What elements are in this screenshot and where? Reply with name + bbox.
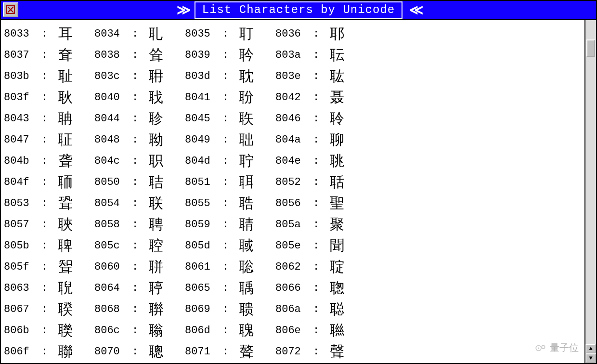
char-entry[interactable]: 8056:聖 (275, 193, 366, 214)
char-entry[interactable]: 8038:耸 (94, 44, 185, 65)
scrollbar-track[interactable] (585, 20, 596, 344)
char-entry[interactable]: 8059:聙 (185, 214, 275, 235)
char-entry[interactable]: 803a:耺 (275, 44, 366, 65)
unicode-code: 8061 (185, 261, 222, 273)
char-entry[interactable]: 8049:聉 (185, 129, 275, 150)
char-entry[interactable]: 805e:聞 (275, 235, 366, 256)
char-entry[interactable]: 8052:聒 (275, 171, 366, 193)
char-entry[interactable]: 803b:耻 (4, 65, 94, 87)
glyph: 耳 (58, 26, 73, 41)
unicode-code: 8062 (275, 261, 313, 273)
char-entry[interactable]: 803d:耽 (185, 65, 275, 87)
char-entry[interactable]: 8070:聰 (94, 341, 185, 362)
char-entry[interactable]: 804e:聎 (275, 150, 366, 171)
char-entry[interactable]: 804d:聍 (185, 150, 275, 171)
char-entry[interactable]: 8065:聥 (185, 277, 275, 299)
char-entry[interactable]: 806b:聫 (4, 320, 94, 341)
scrollbar-thumb[interactable] (586, 39, 595, 57)
char-entry[interactable]: 8072:聲 (275, 341, 366, 362)
glyph: 聉 (239, 132, 254, 147)
char-entry[interactable]: 804c:职 (94, 150, 185, 171)
char-entry[interactable]: 803e:耾 (275, 65, 366, 87)
char-entry[interactable]: 804b:聋 (4, 150, 94, 171)
char-entry[interactable]: 8040:聀 (94, 87, 185, 108)
char-entry[interactable]: 805d:聝 (185, 235, 275, 256)
char-entry[interactable]: 8048:聈 (94, 129, 185, 150)
char-entry[interactable]: 805f:聟 (4, 256, 94, 277)
char-entry[interactable]: 8045:聅 (185, 108, 275, 129)
char-entry[interactable]: 804f:聏 (4, 171, 94, 193)
char-entry[interactable]: 8069:聩 (185, 299, 275, 320)
glyph: 聯 (58, 344, 73, 359)
unicode-code: 806f (4, 346, 41, 358)
char-entry[interactable]: 8062:聢 (275, 256, 366, 277)
unicode-code: 8036 (275, 28, 313, 40)
unicode-code: 803b (4, 70, 41, 82)
char-entry[interactable]: 8064:聤 (94, 277, 185, 299)
char-entry[interactable]: 8046:聆 (275, 108, 366, 129)
char-entry[interactable]: 8054:联 (94, 193, 185, 214)
colon: : (132, 346, 138, 358)
char-entry[interactable]: 8042:聂 (275, 87, 366, 108)
vertical-scrollbar[interactable]: ▲ ▼ (584, 20, 596, 363)
unicode-code: 8048 (94, 134, 132, 146)
char-entry[interactable]: 8047:聇 (4, 129, 94, 150)
char-entry[interactable]: 8066:聦 (275, 277, 366, 299)
chevron-left-icon: ≪ (409, 2, 420, 18)
glyph: 聆 (330, 111, 344, 126)
char-entry[interactable]: 8035:耵 (185, 23, 275, 44)
unicode-code: 804f (4, 176, 41, 188)
glyph: 聛 (58, 238, 73, 253)
char-entry[interactable]: 8033:耳 (4, 23, 94, 44)
char-entry[interactable]: 8068:聨 (94, 299, 185, 320)
char-entry[interactable]: 803f:耿 (4, 87, 94, 108)
char-entry[interactable]: 8051:聑 (185, 171, 275, 193)
char-entry[interactable]: 8041:聁 (185, 87, 275, 108)
system-menu-button[interactable] (3, 2, 18, 17)
colon: : (222, 325, 229, 337)
scrollbar-down-button[interactable]: ▼ (585, 353, 596, 363)
char-entry[interactable]: 806d:聭 (185, 320, 275, 341)
char-entry[interactable]: 805a:聚 (275, 214, 366, 235)
char-entry[interactable]: 806a:聪 (275, 299, 366, 320)
unicode-code: 806b (4, 325, 41, 337)
scrollbar-up-button[interactable]: ▲ (585, 344, 596, 353)
char-entry[interactable]: 803c:耼 (94, 65, 185, 87)
char-entry[interactable]: 8057:聗 (4, 214, 94, 235)
char-entry[interactable]: 8037:耷 (4, 44, 94, 65)
unicode-code: 8064 (94, 282, 132, 294)
colon: : (313, 49, 319, 61)
colon: : (313, 176, 319, 188)
char-entry[interactable]: 8063:聣 (4, 277, 94, 299)
char-entry[interactable]: 8036:耶 (275, 23, 366, 44)
char-entry[interactable]: 8039:耹 (185, 44, 275, 65)
char-entry[interactable]: 8044:聄 (94, 108, 185, 129)
char-entry[interactable]: 806c:聬 (94, 320, 185, 341)
char-entry[interactable]: 805c:聜 (94, 235, 185, 256)
unicode-code: 8050 (94, 176, 132, 188)
glyph: 聙 (239, 217, 254, 232)
char-entry[interactable]: 8055:聕 (185, 193, 275, 214)
char-entry[interactable]: 8034:耴 (94, 23, 185, 44)
char-entry[interactable]: 8060:聠 (94, 256, 185, 277)
char-entry[interactable]: 8050:聐 (94, 171, 185, 193)
char-entry[interactable]: 805b:聛 (4, 235, 94, 256)
unicode-code: 8060 (94, 261, 132, 273)
char-entry[interactable]: 8067:聧 (4, 299, 94, 320)
char-entry[interactable]: 806e:聮 (275, 320, 366, 341)
char-entry[interactable]: 806f:聯 (4, 341, 94, 362)
char-entry[interactable]: 8071:聱 (185, 341, 275, 362)
char-entry[interactable]: 804a:聊 (275, 129, 366, 150)
colon: : (41, 28, 48, 40)
unicode-code: 806d (185, 325, 222, 337)
char-entry[interactable]: 8043:聃 (4, 108, 94, 129)
colon: : (313, 28, 319, 40)
colon: : (313, 325, 319, 337)
char-entry[interactable]: 8058:聘 (94, 214, 185, 235)
char-entry[interactable]: 8061:聡 (185, 256, 275, 277)
colon: : (313, 346, 319, 358)
colon: : (41, 155, 48, 167)
unicode-code: 8066 (275, 282, 313, 294)
unicode-code: 8040 (94, 91, 132, 104)
char-entry[interactable]: 8053:聓 (4, 193, 94, 214)
